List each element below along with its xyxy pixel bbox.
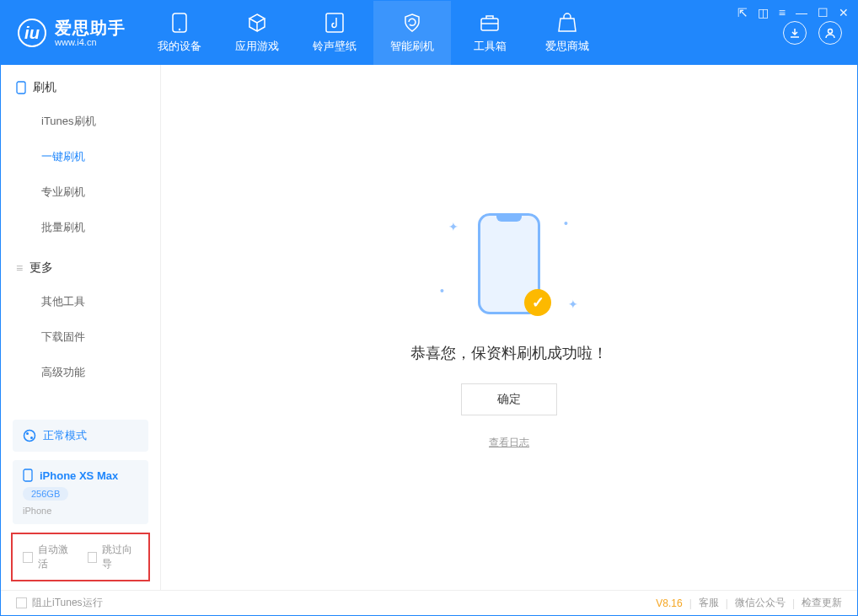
feedback-icon[interactable]: ◫ [758,6,769,19]
svg-point-7 [24,431,35,442]
maximize-button[interactable]: ☐ [818,6,829,19]
tab-store[interactable]: 爱思商城 [528,1,606,65]
sidebar: 刷机 iTunes刷机 一键刷机 专业刷机 批量刷机 ≡ 更多 其他工具 下载固… [1,65,161,590]
logo-icon: iu [18,19,46,47]
body: 刷机 iTunes刷机 一键刷机 专业刷机 批量刷机 ≡ 更多 其他工具 下载固… [1,65,857,590]
checkbox-icon [16,597,27,608]
view-log-link[interactable]: 查看日志 [489,436,529,450]
logo-text: 爱思助手 www.i4.cn [55,19,126,47]
link-support[interactable]: 客服 [699,596,719,610]
sidebar-item-download-firmware[interactable]: 下载固件 [1,319,160,355]
device-name-row: iPhone XS Max [23,469,138,482]
success-message: 恭喜您，保资料刷机成功啦！ [410,343,608,363]
checkbox-block-itunes[interactable]: 阻止iTunes运行 [16,596,103,610]
sidebar-section-flash: 刷机 [1,65,160,104]
device-name: iPhone XS Max [40,469,118,482]
checkbox-label: 阻止iTunes运行 [32,596,103,610]
success-illustration: ✦ • • ✦ ✓ [433,205,585,323]
ok-button[interactable]: 确定 [461,383,557,415]
tab-smart-flash[interactable]: 智能刷机 [373,1,451,65]
checkbox-label: 跳过向导 [102,543,138,571]
sidebar-item-pro-flash[interactable]: 专业刷机 [1,174,160,210]
mode-label: 正常模式 [43,428,87,443]
download-button[interactable] [783,21,807,45]
main-tabs: 我的设备 应用游戏 铃声壁纸 智能刷机 [141,1,606,65]
mode-icon [23,429,36,442]
tab-my-device[interactable]: 我的设备 [141,1,218,65]
svg-rect-10 [24,469,32,481]
phone-icon [169,12,190,34]
mode-card[interactable]: 正常模式 [13,420,148,452]
tab-toolbox[interactable]: 工具箱 [451,1,528,65]
tab-label: 应用游戏 [235,39,279,54]
sparkle-icon: ✦ [448,220,458,233]
tab-ringtone-wallpaper[interactable]: 铃声壁纸 [296,1,373,65]
window-controls: ⇱ ◫ ≡ — ☐ ✕ [737,6,849,19]
svg-rect-2 [326,13,343,32]
main-content: ✦ • • ✦ ✓ 恭喜您，保资料刷机成功啦！ 确定 查看日志 [161,65,857,590]
sidebar-item-advanced[interactable]: 高级功能 [1,355,160,390]
link-wechat[interactable]: 微信公众号 [735,596,786,610]
menu-icon[interactable]: ≡ [779,6,786,19]
sparkle-icon: • [564,217,568,230]
device-type: iPhone [23,506,138,516]
statusbar: 阻止iTunes运行 V8.16 | 客服 | 微信公众号 | 检查更新 [1,590,857,615]
svg-rect-6 [17,82,25,94]
user-button[interactable] [818,21,842,45]
bag-icon [556,12,578,34]
app-subtitle: www.i4.cn [55,37,126,47]
options-highlight-box: 自动激活 跳过向导 [11,533,150,581]
sidebar-item-oneclick-flash[interactable]: 一键刷机 [1,139,160,174]
checkbox-skip-guide[interactable]: 跳过向导 [88,543,139,571]
tab-label: 铃声壁纸 [313,39,357,54]
briefcase-icon [479,12,501,34]
list-icon: ≡ [16,261,23,275]
link-check-update[interactable]: 检查更新 [802,596,842,610]
checkbox-label: 自动激活 [38,543,74,571]
sparkle-icon: • [440,284,444,297]
cube-icon [246,12,268,34]
tab-label: 爱思商城 [545,39,589,54]
sidebar-item-batch-flash[interactable]: 批量刷机 [1,210,160,245]
close-button[interactable]: ✕ [839,6,849,19]
svg-point-1 [179,29,180,30]
tshirt-icon[interactable]: ⇱ [737,6,748,19]
checkbox-icon [88,552,98,563]
sidebar-section-more: ≡ 更多 [1,245,160,284]
checkbox-auto-activate[interactable]: 自动激活 [23,543,74,571]
checkbox-icon [23,552,33,563]
sidebar-item-other-tools[interactable]: 其他工具 [1,284,160,319]
sidebar-item-itunes-flash[interactable]: iTunes刷机 [1,104,160,139]
music-note-icon [324,12,346,34]
storage-badge: 256GB [23,487,68,501]
svg-rect-3 [481,19,498,30]
check-badge-icon: ✓ [524,289,551,316]
version-label: V8.16 [656,597,682,609]
titlebar: iu 爱思助手 www.i4.cn 我的设备 应用游戏 [1,1,857,65]
section-label: 刷机 [33,80,56,95]
phone-icon [23,469,33,482]
tab-apps-games[interactable]: 应用游戏 [218,1,296,65]
svg-point-5 [829,29,833,34]
app-title: 爱思助手 [55,19,126,37]
section-label: 更多 [29,260,53,276]
svg-point-8 [26,432,29,435]
tab-label: 智能刷机 [390,39,434,54]
phone-icon [16,81,26,94]
device-card[interactable]: iPhone XS Max 256GB iPhone [13,460,148,524]
tab-label: 工具箱 [474,39,507,54]
sparkle-icon: ✦ [568,297,578,311]
phone-notch [496,216,522,222]
shield-refresh-icon [401,12,423,34]
tab-label: 我的设备 [158,39,201,54]
logo-area: iu 爱思助手 www.i4.cn [1,1,141,65]
svg-point-9 [30,437,33,439]
sidebar-bottom: 正常模式 iPhone XS Max 256GB iPhone 自 [1,411,160,590]
app-window: iu 爱思助手 www.i4.cn 我的设备 应用游戏 [0,0,858,616]
minimize-button[interactable]: — [796,6,807,19]
